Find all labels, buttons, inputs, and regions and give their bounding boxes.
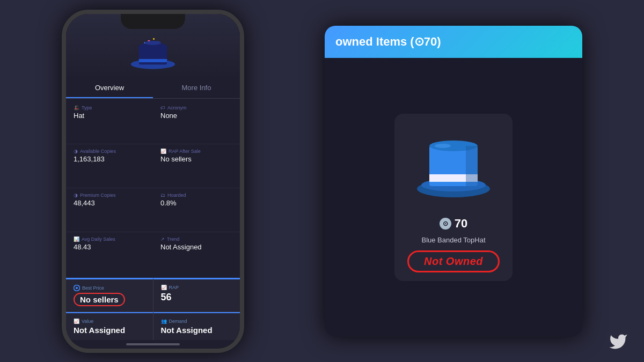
card-demand-value: Not Assigned [161,326,233,335]
tab-more-info[interactable]: More Info [153,78,240,98]
svg-rect-17 [466,146,478,186]
card-best-price-label: Best Price [74,285,145,291]
item-card: ⊙ 70 Blue Banded TopHat Not Owned [394,114,513,281]
bar-chart-icon: 📊 [74,237,79,242]
info-premium-copies: ◑ Premium Copies 48,443 [66,188,153,232]
info-available-copies: ◑ Available Copies 1,163,183 [66,144,153,188]
card-value: 📈 Value Not Assigned [66,312,153,340]
robux-circle-icon: ⊙ [440,218,451,230]
phone-notch [121,14,185,29]
info-rap-after-sale: 📈 RAP After Sale No sellers [153,144,240,188]
no-sellers-badge: No sellers [74,293,125,306]
info-acronym-value: None [160,112,232,120]
right-panel-content: ⊙ 70 Blue Banded TopHat Not Owned [325,58,582,337]
tab-overview[interactable]: Overview [66,78,153,98]
trend-icon: ↗ [160,237,165,242]
phone-home-bar [126,343,180,345]
svg-point-4 [153,38,155,40]
phone-screen: Overview More Info 🎩 Type Hat 🏷 Acronym [66,14,240,349]
info-hoarded-value: 0.8% [160,199,232,207]
demand-icon: 👥 [161,319,167,324]
cards-grid: Best Price No sellers 📈 RAP 56 📈 [66,278,240,340]
info-avg-daily-sales-label: 📊 Avg Daily Sales [74,237,145,242]
not-owned-badge: Not Owned [407,250,500,272]
info-premium-copies-label: ◑ Premium Copies [74,193,145,198]
tabs-container: Overview More Info [66,78,240,99]
info-type-label: 🎩 Type [74,105,145,110]
screenshot-background: Overview More Info 🎩 Type Hat 🏷 Acronym [0,0,644,362]
right-panel: owned Items (⊙70) [325,26,582,337]
info-trend: ↗ Trend Not Assigned [153,232,240,276]
info-rap-after-sale-value: No sellers [160,155,232,163]
premium-icon: ◑ [74,193,78,198]
phone-mockup: Overview More Info 🎩 Type Hat 🏷 Acronym [62,10,244,353]
box-icon: 🗂 [160,193,165,198]
svg-point-10 [76,287,78,289]
party-hat-image [129,33,177,76]
info-hoarded-label: 🗂 Hoarded [160,193,232,198]
robux-icon [74,285,80,291]
card-best-price-value: No sellers [74,293,145,306]
info-type: 🎩 Type Hat [66,101,153,145]
chart-up-icon: 📈 [160,149,166,154]
blue-top-hat-image [413,127,494,208]
info-avg-daily-sales: 📊 Avg Daily Sales 48.43 [66,232,153,276]
circle-icon: ◑ [74,149,78,154]
card-demand-label: 👥 Demand [161,319,233,324]
rap-chart-icon: 📈 [161,285,167,290]
card-rap-label: 📈 RAP [161,285,233,290]
card-demand: 👥 Demand Not Assigned [153,312,240,340]
info-avg-daily-sales-value: 48.43 [74,243,145,251]
info-acronym: 🏷 Acronym None [153,101,240,145]
item-price: ⊙ 70 [440,217,467,231]
info-available-copies-value: 1,163,183 [74,155,145,163]
card-rap: 📈 RAP 56 [153,278,240,312]
card-best-price: Best Price No sellers [66,278,153,312]
svg-point-16 [435,144,451,148]
info-trend-value: Not Assigned [160,243,232,251]
card-rap-value: 56 [161,292,233,303]
card-value-label: 📈 Value [74,319,145,324]
info-premium-copies-value: 48,443 [74,199,145,207]
hat-icon: 🎩 [74,105,79,110]
info-type-value: Hat [74,112,145,120]
svg-rect-2 [139,59,167,62]
info-hoarded: 🗂 Hoarded 0.8% [153,188,240,232]
item-name: Blue Banded TopHat [421,236,485,244]
value-chart-icon: 📈 [74,319,79,324]
right-panel-header: owned Items (⊙70) [325,26,582,58]
item-hat-area [411,124,496,210]
twitter-bird-icon [609,332,628,351]
info-grid: 🎩 Type Hat 🏷 Acronym None ◑ [66,99,240,278]
svg-point-8 [145,41,161,45]
info-trend-label: ↗ Trend [160,237,232,242]
info-rap-after-sale-label: 📈 RAP After Sale [160,149,232,154]
info-acronym-label: 🏷 Acronym [160,105,232,110]
tag-icon: 🏷 [160,105,165,110]
card-value-value: Not Assigned [74,326,145,335]
info-available-copies-label: ◑ Available Copies [74,149,145,154]
